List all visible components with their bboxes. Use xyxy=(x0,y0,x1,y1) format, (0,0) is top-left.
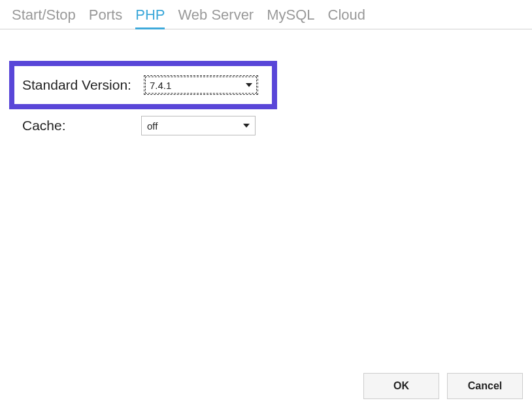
standard-version-value: 7.4.1 xyxy=(150,80,171,91)
tab-bar: Start/Stop Ports PHP Web Server MySQL Cl… xyxy=(0,0,532,29)
tab-cloud[interactable]: Cloud xyxy=(328,7,365,29)
standard-version-highlight: Standard Version: 7.4.1 xyxy=(9,61,277,109)
tab-ports[interactable]: Ports xyxy=(89,7,122,29)
button-bar: OK Cancel xyxy=(363,373,523,399)
ok-button[interactable]: OK xyxy=(363,373,439,399)
cancel-button[interactable]: Cancel xyxy=(447,373,523,399)
cache-label: Cache: xyxy=(22,118,141,133)
tab-start-stop[interactable]: Start/Stop xyxy=(12,7,76,29)
tab-web-server[interactable]: Web Server xyxy=(178,7,254,29)
cache-row: Cache: off xyxy=(9,109,523,142)
chevron-down-icon xyxy=(243,124,250,128)
standard-version-label: Standard Version: xyxy=(22,77,144,93)
tab-mysql[interactable]: MySQL xyxy=(267,7,314,29)
chevron-down-icon xyxy=(246,83,252,87)
standard-version-dropdown[interactable]: 7.4.1 xyxy=(144,75,258,95)
cache-dropdown[interactable]: off xyxy=(141,116,256,135)
tab-php[interactable]: PHP xyxy=(135,7,165,29)
tab-content: Standard Version: 7.4.1 Cache: off xyxy=(0,29,532,142)
cache-value: off xyxy=(147,120,158,132)
